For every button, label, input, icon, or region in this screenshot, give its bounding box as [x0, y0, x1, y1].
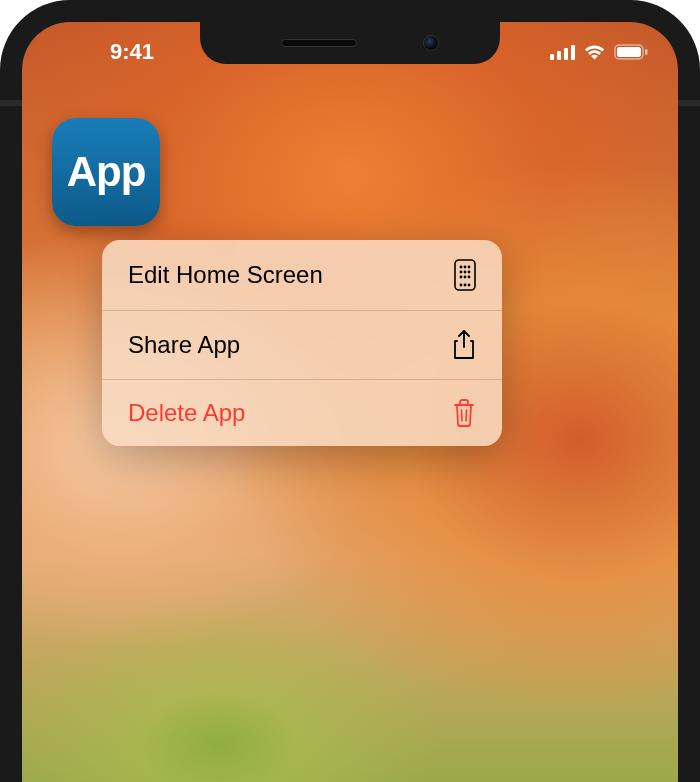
svg-point-9: [464, 266, 467, 269]
menu-item-edit-home-screen[interactable]: Edit Home Screen: [102, 240, 502, 311]
svg-point-10: [468, 266, 471, 269]
svg-rect-0: [550, 54, 554, 60]
svg-line-21: [466, 410, 467, 421]
svg-point-11: [460, 271, 463, 274]
menu-item-delete-app[interactable]: Delete App: [102, 380, 502, 446]
menu-item-label: Delete App: [128, 399, 245, 427]
svg-point-14: [460, 276, 463, 279]
svg-rect-5: [617, 47, 641, 57]
svg-point-15: [464, 276, 467, 279]
cellular-icon: [550, 44, 575, 60]
share-icon: [452, 330, 476, 360]
trash-icon: [452, 399, 476, 427]
svg-point-17: [460, 284, 463, 287]
svg-rect-2: [564, 48, 568, 60]
battery-icon: [614, 44, 648, 60]
svg-point-16: [468, 276, 471, 279]
svg-rect-3: [571, 45, 575, 60]
app-icon-label: App: [67, 148, 146, 196]
wifi-icon: [583, 44, 606, 60]
notch: [200, 22, 500, 64]
status-time: 9:41: [52, 29, 212, 65]
phone-frame: 9:41: [0, 0, 700, 782]
home-screen[interactable]: 9:41: [22, 22, 678, 782]
svg-point-13: [468, 271, 471, 274]
menu-item-label: Share App: [128, 331, 240, 359]
phone-band: [678, 100, 700, 106]
menu-item-share-app[interactable]: Share App: [102, 311, 502, 380]
apps-icon: [454, 259, 476, 291]
speaker: [281, 39, 357, 47]
menu-item-label: Edit Home Screen: [128, 261, 323, 289]
svg-point-12: [464, 271, 467, 274]
svg-line-20: [462, 410, 463, 421]
svg-point-18: [464, 284, 467, 287]
svg-point-8: [460, 266, 463, 269]
svg-rect-6: [645, 49, 648, 55]
app-icon[interactable]: App: [52, 118, 160, 226]
front-camera: [423, 35, 439, 51]
svg-point-19: [468, 284, 471, 287]
status-icons: [488, 34, 648, 60]
context-menu: Edit Home Screen Share App Delet: [102, 240, 502, 446]
svg-rect-1: [557, 51, 561, 60]
phone-band: [0, 100, 22, 106]
